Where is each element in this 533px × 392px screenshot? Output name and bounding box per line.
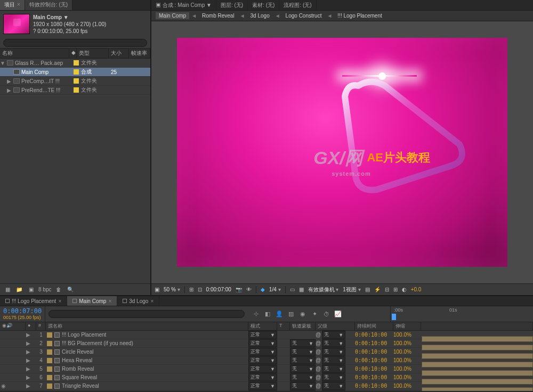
visibility-toggle-icon[interactable]: ◉ [1,383,7,389]
pickwhip-icon[interactable]: @ [316,357,321,363]
tab-flowchart[interactable]: 流程图: (无) [279,1,316,10]
layer-duration[interactable]: 0:00:10:00 [355,349,393,355]
layer-name[interactable]: Hexa Reveal [62,357,92,363]
pickwhip-icon[interactable]: @ [316,374,321,380]
resolution-dropdown[interactable]: 1/4 ▾ [269,287,281,292]
viewer-icon-comp[interactable]: ▣ 合成 : Main Comp ▼ [151,1,216,10]
label-color-swatch[interactable] [47,341,52,346]
label-color-swatch[interactable] [47,383,52,389]
grid-toggle-icon[interactable]: ⊞ [189,287,193,292]
parent-dropdown[interactable]: 无▼ [322,339,345,347]
layer-bar[interactable] [422,362,533,368]
blend-mode-dropdown[interactable]: 正常▼ [248,348,277,356]
layer-stretch[interactable]: 100.0% [393,374,421,380]
label-color-swatch[interactable] [47,349,52,355]
project-tree[interactable]: ▼Glass R… Pack.aep文件夹Main Comp合成25▶PreCo… [0,59,150,283]
parent-dropdown[interactable]: 无▼ [322,356,345,364]
trkmat-dropdown[interactable]: 无▼ [290,382,316,390]
trkmat-t-column-header[interactable]: T [277,322,290,330]
label-color-swatch[interactable] [47,366,52,372]
comp-name[interactable]: Main Comp ▼ [33,14,106,21]
layer-name[interactable]: !!! BG Placement (if you need) [62,340,133,346]
tab-layer[interactable]: 图层: (无) [216,1,248,10]
layer-name[interactable]: Square Reveal [62,374,97,380]
breadcrumb-item[interactable]: Main Comp [156,12,189,19]
timeline-current-time[interactable]: 0:00:07:00 [3,307,42,315]
pickwhip-icon[interactable]: @ [316,332,321,338]
graph-editor-icon[interactable]: 📈 [333,309,343,319]
layer-stretch[interactable]: 100.0% [393,383,421,389]
visibility-toggle-icon[interactable] [1,357,7,364]
always-preview-icon[interactable]: ▣ [155,287,159,292]
tree-item[interactable]: Main Comp合成25 [0,68,150,77]
interpret-footage-icon[interactable]: ▦ [3,285,12,294]
layer-duration[interactable]: 0:00:10:00 [355,374,393,380]
layer-duration[interactable]: 0:00:10:00 [355,340,393,346]
bit-depth-button[interactable]: 8 bpc [38,287,51,292]
timeline-layers[interactable]: ▶1!!! Logo Placement正常▼@无▼0:00:10:00100.… [0,331,533,391]
label-color-swatch[interactable] [47,358,52,363]
flowchart-icon[interactable]: ⊞ [393,287,398,292]
tree-item[interactable]: ▶PreComp…IT !!!文件夹 [0,77,150,86]
index-column-header[interactable]: # [36,322,46,330]
roi-icon[interactable]: ▭ [290,287,295,292]
time-ruler[interactable]: :00s 01s [390,306,533,322]
layer-twirl-icon[interactable]: ▶ [26,383,31,389]
layer-duration[interactable]: 0:00:10:00 [355,357,393,363]
comp-thumbnail[interactable] [3,14,30,34]
layer-twirl-icon[interactable]: ▶ [26,340,31,346]
tab-fx-controls[interactable]: 特效控制台: (无) [25,0,72,10]
project-columns-header[interactable]: 名称 ◆ 类型 大小 帧速率 [0,48,150,59]
layer-bar[interactable] [422,387,533,391]
layer-bar[interactable] [422,353,533,359]
layer-bar[interactable] [422,336,533,342]
fast-preview-icon[interactable]: ⚡ [374,287,381,292]
layer-stretch[interactable]: 100.0% [393,349,421,355]
layer-stretch[interactable]: 100.0% [393,366,421,372]
layer-twirl-icon[interactable]: ▶ [26,357,31,363]
layer-name[interactable]: Romb Reveal [62,366,94,372]
layer-name[interactable]: !!! Logo Placement [62,332,106,338]
blend-mode-dropdown[interactable]: 正常▼ [248,373,277,381]
parent-dropdown[interactable]: 无▼ [322,365,345,373]
trkmat-dropdown[interactable]: 无▼ [290,373,316,381]
layer-duration[interactable]: 0:00:10:00 [355,332,393,338]
layer-row[interactable]: ▶1!!! Logo Placement正常▼@无▼0:00:10:00100.… [0,331,533,339]
blend-mode-dropdown[interactable]: 正常▼ [248,382,277,390]
pixel-aspect-icon[interactable]: ▤ [365,287,370,292]
layer-stretch[interactable]: 100.0% [393,357,421,363]
layer-stretch[interactable]: 100.0% [393,340,421,346]
search-icon[interactable]: 🔍 [66,285,75,294]
switches-column-header[interactable]: ● [26,322,36,330]
channel-icon[interactable]: ◆ [261,287,265,292]
new-folder-icon[interactable]: 📁 [15,285,23,294]
visibility-toggle-icon[interactable] [1,332,7,338]
tag-column-icon[interactable]: ◆ [69,48,77,58]
trkmat-column-header[interactable]: 轨道蒙板 [290,322,316,330]
view-layout-dropdown[interactable]: 1视图 ▾ [343,286,360,293]
av-column-header[interactable]: ◉🔊 [0,322,26,330]
shy-icon[interactable]: 👤 [274,309,284,319]
current-time-display[interactable]: 0:00:07:00 [206,287,231,292]
brainstorm-icon[interactable]: ✦ [310,309,319,319]
label-color-swatch[interactable] [47,332,52,338]
visibility-toggle-icon[interactable] [1,340,7,347]
tree-item[interactable]: ▶PreRend…TE !!!文件夹 [0,86,150,95]
transparency-grid-icon[interactable]: ▦ [299,287,304,292]
parent-dropdown[interactable]: 无▼ [322,390,345,391]
auto-keyframe-icon[interactable]: ⏱ [321,309,331,319]
layer-twirl-icon[interactable]: ▶ [26,349,31,355]
label-color-swatch[interactable] [47,375,52,380]
breadcrumb-item[interactable]: !!! Logo Placement [334,12,385,19]
timeline-icon[interactable]: ⊟ [385,287,389,292]
blend-mode-dropdown[interactable]: 正常▼ [248,390,277,391]
comp-canvas[interactable]: AE片头教程 GX/网system.com [177,38,507,267]
trkmat-dropdown[interactable]: 无▼ [290,339,316,347]
visibility-toggle-icon[interactable] [1,349,7,355]
pickwhip-icon[interactable]: @ [316,340,321,346]
trkmat-dropdown[interactable]: 无▼ [290,365,316,373]
trkmat-dropdown[interactable]: 无▼ [290,348,316,356]
layer-name[interactable]: Circle Reveal [62,349,93,355]
source-name-column-header[interactable]: 源名称 [46,322,248,330]
parent-dropdown[interactable]: 无▼ [322,348,345,356]
